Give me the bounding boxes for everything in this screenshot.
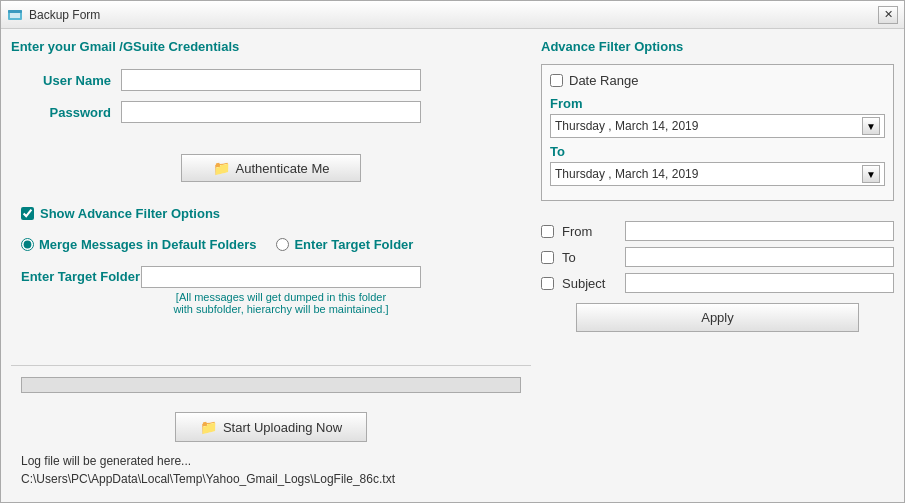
start-upload-button[interactable]: 📁 Start Uploading Now: [175, 412, 367, 442]
upload-folder-icon: 📁: [200, 419, 217, 435]
to-date-picker[interactable]: Thursday , March 14, 2019 ▼: [550, 162, 885, 186]
authenticate-row: 📁 Authenticate Me: [11, 144, 531, 192]
filter-to-row: To: [541, 247, 894, 267]
folder-icon: 📁: [213, 160, 230, 176]
progress-bar-container: [21, 377, 521, 393]
target-folder-row: Enter Target Folder [All messages will g…: [11, 266, 531, 315]
to-date-value: Thursday , March 14, 2019: [555, 167, 858, 181]
username-label: User Name: [11, 73, 111, 88]
password-label: Password: [11, 105, 111, 120]
from-date-calendar-button[interactable]: ▼: [862, 117, 880, 135]
username-row: User Name: [11, 69, 531, 91]
upload-btn-row: 📁 Start Uploading Now: [11, 412, 531, 442]
right-panel: Advance Filter Options Date Range From T…: [541, 39, 894, 492]
svg-rect-2: [8, 10, 22, 13]
merge-option: Merge Messages in Default Folders: [21, 237, 256, 252]
show-filter-checkbox[interactable]: [21, 207, 34, 220]
password-row: Password: [11, 101, 531, 123]
enter-target-option: Enter Target Folder: [276, 237, 413, 252]
username-input[interactable]: [121, 69, 421, 91]
window-title: Backup Form: [29, 8, 878, 22]
filter-subject-label: Subject: [562, 276, 617, 291]
target-folder-input[interactable]: [141, 266, 421, 288]
folder-hint-line1: [All messages will get dumped in this fo…: [176, 291, 386, 303]
to-date-label: To: [550, 144, 885, 159]
to-date-calendar-button[interactable]: ▼: [862, 165, 880, 183]
date-range-row: Date Range: [550, 73, 885, 88]
enter-target-radio[interactable]: [276, 238, 289, 251]
filter-from-checkbox[interactable]: [541, 225, 554, 238]
show-filter-row: Show Advance Filter Options: [11, 206, 531, 221]
folder-hint-line2: with subfolder, hierarchy will be mainta…: [173, 303, 388, 315]
filter-from-label: From: [562, 224, 617, 239]
folder-hint: [All messages will get dumped in this fo…: [141, 291, 421, 315]
date-range-label: Date Range: [569, 73, 638, 88]
credentials-section: User Name Password: [11, 64, 531, 138]
from-date-group: From Thursday , March 14, 2019 ▼: [550, 96, 885, 138]
target-folder-label: Enter Target Folder: [21, 266, 141, 284]
filter-box: Date Range From Thursday , March 14, 201…: [541, 64, 894, 201]
radio-row: Merge Messages in Default Folders Enter …: [11, 237, 531, 252]
filter-fields: From To Subject: [541, 221, 894, 293]
filter-to-label: To: [562, 250, 617, 265]
target-folder-right: [All messages will get dumped in this fo…: [141, 266, 531, 315]
authenticate-button[interactable]: 📁 Authenticate Me: [181, 154, 361, 182]
from-date-value: Thursday , March 14, 2019: [555, 119, 858, 133]
date-range-checkbox[interactable]: [550, 74, 563, 87]
backup-form-window: Backup Form ✕ Enter your Gmail /GSuite C…: [0, 0, 905, 503]
from-date-label: From: [550, 96, 885, 111]
filter-title: Advance Filter Options: [541, 39, 894, 54]
apply-button[interactable]: Apply: [576, 303, 858, 332]
title-bar: Backup Form ✕: [1, 1, 904, 29]
credentials-title: Enter your Gmail /GSuite Credentials: [11, 39, 531, 54]
merge-radio[interactable]: [21, 238, 34, 251]
filter-subject-row: Subject: [541, 273, 894, 293]
separator: [11, 365, 531, 366]
merge-label: Merge Messages in Default Folders: [39, 237, 256, 252]
to-date-group: To Thursday , March 14, 2019 ▼: [550, 144, 885, 186]
progress-section: [11, 372, 531, 406]
show-filter-label: Show Advance Filter Options: [40, 206, 220, 221]
window-icon: [7, 7, 23, 23]
main-content: Enter your Gmail /GSuite Credentials Use…: [1, 29, 904, 502]
filter-subject-input[interactable]: [625, 273, 894, 293]
close-button[interactable]: ✕: [878, 6, 898, 24]
left-panel: Enter your Gmail /GSuite Credentials Use…: [11, 39, 531, 492]
filter-from-row: From: [541, 221, 894, 241]
log-section: Log file will be generated here... C:\Us…: [11, 448, 531, 492]
password-input[interactable]: [121, 101, 421, 123]
log-line2: C:\Users\PC\AppData\Local\Temp\Yahoo_Gma…: [21, 470, 521, 488]
filter-from-input[interactable]: [625, 221, 894, 241]
upload-button-label: Start Uploading Now: [223, 420, 342, 435]
enter-target-radio-label: Enter Target Folder: [294, 237, 413, 252]
from-date-picker[interactable]: Thursday , March 14, 2019 ▼: [550, 114, 885, 138]
filter-to-checkbox[interactable]: [541, 251, 554, 264]
authenticate-label: Authenticate Me: [236, 161, 330, 176]
filter-to-input[interactable]: [625, 247, 894, 267]
filter-subject-checkbox[interactable]: [541, 277, 554, 290]
log-line1: Log file will be generated here...: [21, 452, 521, 470]
